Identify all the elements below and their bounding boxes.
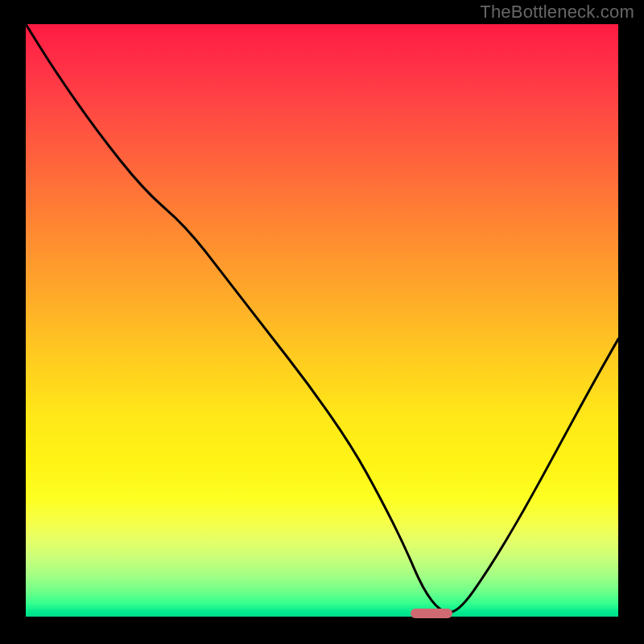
x-axis-baseline bbox=[26, 617, 618, 618]
chart-canvas: TheBottleneck.com bbox=[0, 0, 644, 644]
bottleneck-curve bbox=[26, 24, 618, 618]
watermark-text: TheBottleneck.com bbox=[480, 2, 634, 23]
optimal-range-marker bbox=[411, 609, 452, 618]
plot-area bbox=[26, 24, 618, 618]
